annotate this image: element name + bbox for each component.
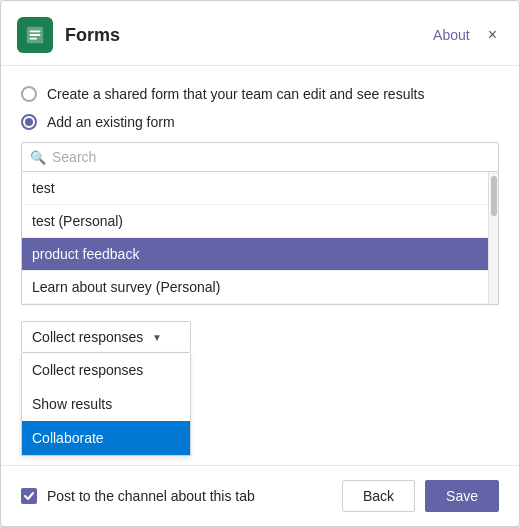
list-item[interactable]: test (Personal) xyxy=(22,205,498,238)
list-item[interactable]: test xyxy=(22,172,498,205)
dropdown-current-value: Collect responses xyxy=(32,329,143,345)
forms-dialog: Forms About × Create a shared form that … xyxy=(0,0,520,527)
post-to-channel-label: Post to the channel about this tab xyxy=(47,488,255,504)
chevron-down-icon: ▼ xyxy=(152,332,162,343)
about-link[interactable]: About xyxy=(433,27,470,43)
svg-rect-2 xyxy=(30,34,41,36)
action-dropdown-container: Collect responses ▼ Collect responses Sh… xyxy=(21,321,191,353)
search-box: 🔍 xyxy=(21,142,499,172)
scrollbar-thumb xyxy=(491,176,497,216)
save-button[interactable]: Save xyxy=(425,480,499,512)
post-to-channel-checkbox[interactable] xyxy=(21,488,37,504)
list-item[interactable]: product feedback xyxy=(22,238,498,271)
existing-form-label: Add an existing form xyxy=(47,114,175,130)
dialog-footer: Post to the channel about this tab Back … xyxy=(1,465,519,526)
dialog-header: Forms About × xyxy=(1,1,519,66)
scrollbar[interactable] xyxy=(488,172,498,304)
search-icon: 🔍 xyxy=(30,150,46,165)
existing-form-radio[interactable] xyxy=(21,114,37,130)
svg-rect-1 xyxy=(30,30,41,32)
header-actions: About × xyxy=(433,24,499,46)
svg-rect-3 xyxy=(30,38,37,40)
post-to-channel-row[interactable]: Post to the channel about this tab xyxy=(21,488,342,504)
back-button[interactable]: Back xyxy=(342,480,415,512)
forms-app-icon xyxy=(17,17,53,53)
dropdown-item-collaborate[interactable]: Collaborate xyxy=(22,421,190,455)
dropdown-item-collect[interactable]: Collect responses xyxy=(22,353,190,387)
dropdown-menu: Collect responses Show results Collabora… xyxy=(21,353,191,456)
dialog-title: Forms xyxy=(65,25,433,46)
forms-list: test test (Personal) product feedback Le… xyxy=(21,172,499,305)
dropdown-item-results[interactable]: Show results xyxy=(22,387,190,421)
shared-form-radio[interactable] xyxy=(21,86,37,102)
existing-form-option[interactable]: Add an existing form xyxy=(21,114,499,130)
action-dropdown-trigger[interactable]: Collect responses ▼ xyxy=(21,321,191,353)
dialog-body: Create a shared form that your team can … xyxy=(1,66,519,465)
shared-form-label: Create a shared form that your team can … xyxy=(47,86,424,102)
footer-buttons: Back Save xyxy=(342,480,499,512)
list-item[interactable]: Learn about survey (Personal) xyxy=(22,271,498,304)
close-button[interactable]: × xyxy=(486,24,499,46)
shared-form-option[interactable]: Create a shared form that your team can … xyxy=(21,86,499,102)
search-input[interactable] xyxy=(52,149,490,165)
